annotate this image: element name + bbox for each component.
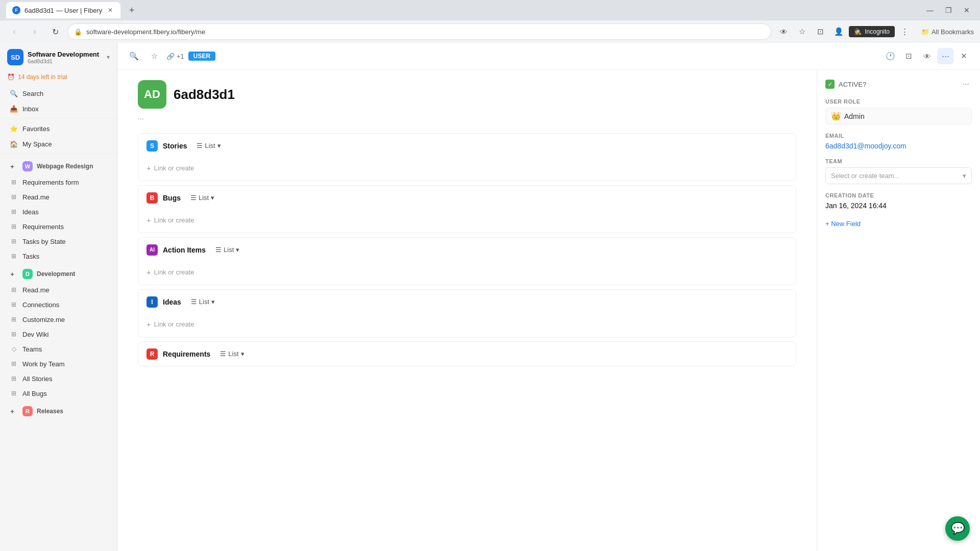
action-items-section-body: + Link or create	[138, 262, 796, 285]
action-items-list-icon: ☰	[215, 246, 222, 254]
bugs-list-view-button[interactable]: ☰ List ▾	[186, 192, 219, 204]
active-more-button[interactable]: ···	[960, 78, 972, 90]
sidebar-item-dev-wiki[interactable]: ⊞ Dev Wiki	[2, 327, 115, 341]
link-count-value: +1	[177, 53, 184, 60]
all-stories-label: All Stories	[22, 375, 108, 383]
tasks-label: Tasks	[22, 253, 108, 260]
extensions-icon[interactable]: ⋮	[897, 23, 913, 40]
ideas-section-title: Ideas	[163, 298, 181, 306]
close-button[interactable]: ✕	[960, 3, 974, 17]
requirements-list-icon: ☰	[220, 350, 226, 358]
new-tab-button[interactable]: +	[125, 3, 139, 17]
sidebar-section-header-development[interactable]: + D Development	[0, 266, 117, 282]
sidebar-item-requirements-form[interactable]: ⊞ Requirements form	[2, 175, 115, 189]
url-display: software-development.fibery.io/fibery/me	[86, 28, 205, 36]
sidebar-item-all-bugs[interactable]: ⊞ All Bugs	[2, 386, 115, 400]
back-button[interactable]: ‹	[6, 23, 22, 40]
requirements-list-view-button[interactable]: ☰ List ▾	[215, 348, 249, 360]
requirements-icon: ⊞	[9, 222, 18, 231]
sidebar-item-inbox[interactable]: 📥 Inbox	[2, 102, 115, 116]
stories-link-or-create[interactable]: + Link or create	[146, 162, 788, 174]
email-label: EMAIL	[825, 133, 972, 139]
stories-section: S Stories ☰ List ▾ + Link or create	[138, 133, 796, 181]
ideas-label: Ideas	[22, 208, 108, 216]
minimize-button[interactable]: —	[923, 3, 937, 17]
user-role-label: USER ROLE	[825, 98, 972, 105]
active-checkbox-icon[interactable]: ✓	[825, 80, 835, 89]
star-toolbar-button[interactable]: ☆	[146, 48, 162, 64]
ideas-link-or-create[interactable]: + Link or create	[146, 318, 788, 331]
sidebar-item-requirements[interactable]: ⊞ Requirements	[2, 219, 115, 234]
sidebar-item-readme[interactable]: ⊞ Read.me	[2, 190, 115, 204]
forward-button[interactable]: ›	[27, 23, 43, 40]
more-options-button[interactable]: ⋯	[937, 48, 953, 64]
page-content: AD 6ad8d3d1 ... S Stories ☰ List ▾	[117, 70, 980, 551]
sidebar-item-tasks-by-state[interactable]: ⊞ Tasks by State	[2, 234, 115, 248]
new-field-button[interactable]: + New Field	[825, 218, 972, 230]
email-value[interactable]: 6ad8d3d1@moodjoy.com	[825, 142, 972, 150]
sidebar-item-myspace[interactable]: 🏠 My Space	[2, 137, 115, 151]
sidebar-item-connections[interactable]: ⊞ Connections	[2, 297, 115, 312]
bookmark-star-icon[interactable]: ☆	[794, 23, 810, 40]
stories-list-view-button[interactable]: ☰ List ▾	[192, 140, 225, 152]
reload-button[interactable]: ↻	[47, 23, 63, 40]
browser-toolbar: ‹ › ↻ 🔒 software-development.fibery.io/f…	[0, 20, 980, 43]
sidebar-item-tasks[interactable]: ⊞ Tasks	[2, 249, 115, 263]
action-items-link-create-label: Link or create	[154, 268, 194, 276]
tasks-by-state-label: Tasks by State	[22, 238, 108, 245]
sidebar-item-customize[interactable]: ⊞ Customize.me	[2, 312, 115, 327]
bugs-link-or-create[interactable]: + Link or create	[146, 214, 788, 227]
requirements-section-title: Requirements	[163, 350, 210, 358]
team-label: TEAM	[825, 158, 972, 164]
requirements-list-label: List	[228, 350, 238, 358]
sidebar-section-header-releases[interactable]: + R Releases	[0, 403, 117, 419]
bugs-section-header: B Bugs ☰ List ▾	[138, 186, 796, 210]
split-view-icon[interactable]: ⊡	[812, 23, 828, 40]
sidebar-item-all-stories[interactable]: ⊞ All Stories	[2, 371, 115, 386]
history-button[interactable]: 🕐	[882, 48, 898, 64]
tasks-by-state-icon: ⊞	[9, 237, 18, 246]
sidebar-item-work-by-team[interactable]: ⊞ Work by Team	[2, 357, 115, 371]
link-count-badge: 🔗 +1	[166, 53, 184, 60]
maximize-button[interactable]: ❐	[941, 3, 955, 17]
connections-icon: ⊞	[9, 300, 18, 309]
readme-icon: ⊞	[9, 192, 18, 202]
connections-label: Connections	[22, 301, 108, 309]
tasks-icon: ⊞	[9, 252, 18, 261]
view-toggle-button[interactable]: ⊡	[900, 48, 917, 64]
chat-bubble-button[interactable]: 💬	[945, 516, 970, 541]
new-field-label: + New Field	[825, 220, 861, 228]
creation-date-label: CREATION DATE	[825, 192, 972, 198]
ideas-icon: ⊞	[9, 207, 18, 216]
action-items-list-view-button[interactable]: ☰ List ▾	[211, 244, 244, 256]
sidebar-item-search[interactable]: 🔍 Search	[2, 86, 115, 101]
teams-icon: ◇	[9, 344, 18, 354]
close-panel-button[interactable]: ✕	[955, 48, 972, 64]
sidebar-section-header-webpage[interactable]: + W Webpage Redesign	[0, 158, 117, 174]
browser-tab[interactable]: F 6ad8d3d1 — User | Fibery ✕	[6, 2, 120, 18]
page-toolbar: 🔍 ☆ 🔗 +1 USER 🕐 ⊡ 👁 ⋯ ✕	[117, 43, 980, 70]
teams-label: Teams	[22, 345, 108, 353]
sidebar-item-teams[interactable]: ◇ Teams	[2, 342, 115, 356]
section-add-icon: +	[7, 161, 17, 171]
workspace-header[interactable]: SD Software Development 6ad8d3d1 ▾	[0, 43, 117, 71]
requirements-form-icon: ⊞	[9, 178, 18, 187]
action-items-section-title: Action Items	[163, 246, 206, 254]
team-select[interactable]: Select or create team... ▾	[825, 167, 972, 184]
eye-button[interactable]: 👁	[919, 48, 935, 64]
sidebar-item-dev-readme[interactable]: ⊞ Read.me	[2, 283, 115, 297]
sidebar-item-ideas[interactable]: ⊞ Ideas	[2, 205, 115, 219]
address-bar[interactable]: 🔒 software-development.fibery.io/fibery/…	[67, 23, 771, 40]
tab-close-button[interactable]: ✕	[106, 6, 114, 14]
ideas-list-view-button[interactable]: ☰ List ▾	[186, 296, 219, 308]
ideas-list-chevron-icon: ▾	[211, 298, 215, 306]
email-field-row: EMAIL 6ad8d3d1@moodjoy.com	[825, 133, 972, 150]
bugs-section-body: + Link or create	[138, 210, 796, 233]
ideas-section: I Ideas ☰ List ▾ + Link or create	[138, 289, 796, 337]
search-toolbar-button[interactable]: 🔍	[126, 48, 142, 64]
ideas-link-create-label: Link or create	[154, 320, 194, 328]
action-items-link-or-create[interactable]: + Link or create	[146, 266, 788, 279]
account-icon[interactable]: 👤	[830, 23, 847, 40]
sidebar-item-favorites[interactable]: ⭐ Favorites	[2, 121, 115, 136]
eye-off-icon[interactable]: 👁	[775, 23, 792, 40]
